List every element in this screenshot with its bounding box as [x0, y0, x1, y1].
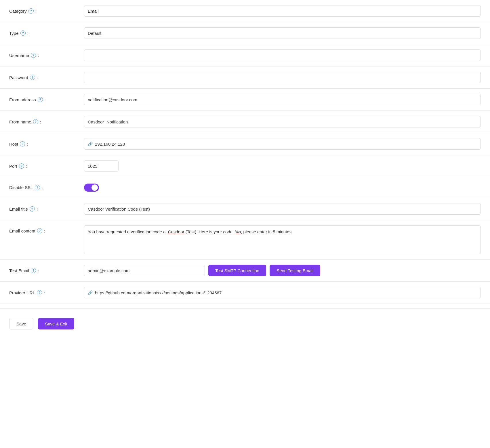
from-name-label-text: From name — [9, 119, 31, 124]
username-field — [84, 49, 481, 61]
username-help-icon[interactable]: ? — [31, 53, 36, 58]
from-address-help-icon[interactable]: ? — [38, 97, 43, 102]
port-field — [84, 160, 481, 172]
username-input[interactable] — [84, 49, 481, 61]
email-content-colon: : — [44, 228, 45, 233]
username-row: Username ? : — [0, 44, 490, 66]
email-content-display[interactable]: You have requested a verification code a… — [84, 225, 481, 254]
email-title-label-text: Email title — [9, 207, 28, 211]
provider-url-wrapper[interactable]: 🔗 https://github.com/organizations/xxx/s… — [84, 287, 481, 298]
provider-url-link-icon: 🔗 — [88, 290, 93, 295]
host-field: 🔗 192.168.24.128 — [84, 138, 481, 150]
from-address-label: From address ? : — [9, 97, 84, 102]
email-content-label: Email content ? : — [9, 225, 84, 233]
email-title-label: Email title ? : — [9, 206, 84, 211]
test-email-row: Test Email ? : Test SMTP Connection Send… — [0, 260, 490, 282]
provider-url-row: Provider URL ? : 🔗 https://github.com/or… — [0, 282, 490, 304]
host-input-wrapper[interactable]: 🔗 192.168.24.128 — [84, 138, 481, 150]
host-label: Host ? : — [9, 141, 84, 146]
type-label-text: Type — [9, 31, 19, 36]
category-colon: : — [35, 9, 37, 14]
category-row: Category ? : — [0, 0, 490, 22]
from-address-label-text: From address — [9, 97, 36, 102]
email-content-field: You have requested a verification code a… — [84, 225, 481, 254]
host-value: 192.168.24.128 — [95, 142, 125, 146]
from-address-input[interactable] — [84, 94, 481, 105]
test-smtp-button[interactable]: Test SMTP Connection — [208, 265, 266, 276]
host-colon: : — [27, 142, 28, 146]
category-label-text: Category — [9, 9, 27, 14]
from-name-input[interactable] — [84, 116, 481, 127]
port-colon: : — [26, 164, 27, 169]
category-field — [84, 5, 481, 17]
from-name-colon: : — [40, 119, 41, 124]
from-name-field — [84, 116, 481, 127]
email-title-input[interactable] — [84, 203, 481, 215]
provider-url-label-text: Provider URL — [9, 290, 35, 295]
test-email-field: Test SMTP Connection Send Testing Email — [84, 265, 481, 276]
disable-ssl-label-text: Disable SSL — [9, 185, 33, 190]
from-name-help-icon[interactable]: ? — [33, 119, 38, 124]
category-help-icon[interactable]: ? — [28, 8, 34, 14]
disable-ssl-label: Disable SSL ? : — [9, 185, 84, 190]
username-colon: : — [38, 53, 39, 58]
toggle-slider — [84, 184, 99, 192]
category-label: Category ? : — [9, 8, 84, 14]
email-title-colon: : — [37, 207, 38, 211]
from-address-colon: : — [45, 97, 46, 102]
footer-row: Save Save & Exit — [0, 308, 490, 339]
type-label: Type ? : — [9, 30, 84, 36]
disable-ssl-toggle-wrapper — [84, 184, 481, 192]
disable-ssl-colon: : — [42, 185, 43, 190]
test-email-controls: Test SMTP Connection Send Testing Email — [84, 265, 481, 276]
password-input[interactable] — [84, 72, 481, 83]
type-field — [84, 27, 481, 39]
from-name-label: From name ? : — [9, 119, 84, 124]
host-help-icon[interactable]: ? — [20, 141, 25, 146]
email-content-row: Email content ? : You have requested a v… — [0, 220, 490, 260]
provider-url-colon: : — [44, 290, 45, 295]
port-help-icon[interactable]: ? — [19, 163, 24, 169]
save-button[interactable]: Save — [9, 318, 33, 329]
type-colon: : — [27, 31, 28, 36]
send-testing-email-button[interactable]: Send Testing Email — [270, 265, 320, 276]
provider-url-field: 🔗 https://github.com/organizations/xxx/s… — [84, 287, 481, 298]
password-label-text: Password — [9, 75, 28, 80]
test-email-help-icon[interactable]: ? — [31, 268, 36, 273]
username-label-text: Username — [9, 53, 29, 58]
type-help-icon[interactable]: ? — [20, 30, 26, 36]
disable-ssl-toggle[interactable] — [84, 184, 99, 192]
password-field — [84, 72, 481, 83]
from-address-row: From address ? : — [0, 89, 490, 111]
disable-ssl-help-icon[interactable]: ? — [35, 185, 40, 190]
test-email-colon: : — [38, 268, 39, 273]
casdoor-link-text: Casdoor — [168, 229, 184, 234]
email-title-row: Email title ? : — [0, 198, 490, 220]
type-input[interactable] — [84, 27, 481, 39]
port-input[interactable] — [84, 160, 119, 172]
disable-ssl-field — [84, 184, 481, 192]
password-row: Password ? : — [0, 66, 490, 89]
save-exit-button[interactable]: Save & Exit — [38, 318, 74, 329]
form-container: Category ? : Type ? : Username ? : — [0, 0, 490, 448]
password-help-icon[interactable]: ? — [30, 75, 35, 80]
test-email-input[interactable] — [84, 265, 205, 276]
host-link-icon: 🔗 — [88, 142, 93, 146]
email-title-field — [84, 203, 481, 215]
email-content-help-icon[interactable]: ? — [37, 228, 42, 233]
port-label-text: Port — [9, 164, 17, 169]
email-title-help-icon[interactable]: ? — [30, 206, 35, 211]
port-label: Port ? : — [9, 163, 84, 169]
provider-url-value: https://github.com/organizations/xxx/set… — [95, 290, 222, 295]
category-input[interactable] — [84, 5, 481, 17]
username-label: Username ? : — [9, 53, 84, 58]
test-email-label: Test Email ? : — [9, 268, 84, 273]
provider-url-help-icon[interactable]: ? — [37, 290, 42, 295]
percent-s-text: %s — [235, 229, 241, 234]
from-name-row: From name ? : — [0, 111, 490, 133]
port-row: Port ? : — [0, 155, 490, 177]
provider-url-label: Provider URL ? : — [9, 290, 84, 295]
email-content-label-text: Email content — [9, 228, 35, 233]
password-label: Password ? : — [9, 75, 84, 80]
host-row: Host ? : 🔗 192.168.24.128 — [0, 133, 490, 155]
